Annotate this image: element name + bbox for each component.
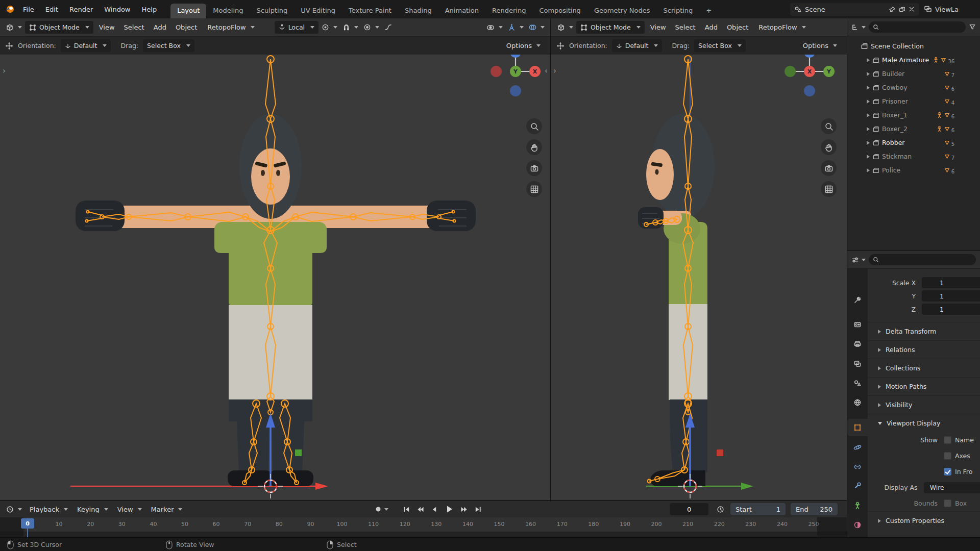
visibility-dropdown[interactable] xyxy=(484,21,505,34)
tab-material[interactable] xyxy=(847,516,868,534)
gizmos-toggle[interactable] xyxy=(506,21,526,33)
duplicate-icon[interactable] xyxy=(899,6,905,13)
properties-search-input[interactable] xyxy=(881,256,972,263)
timeline-frame-label[interactable]: 180 xyxy=(588,521,599,528)
start-frame-field[interactable]: Start1 xyxy=(730,503,786,515)
jump-to-end-button[interactable] xyxy=(472,504,484,515)
properties-search[interactable] xyxy=(869,254,976,265)
orientation-dropdown[interactable]: Default xyxy=(61,39,111,52)
timeline-frame-label[interactable]: 210 xyxy=(682,521,693,528)
tab-view-layer[interactable] xyxy=(847,355,868,372)
tab-tool[interactable] xyxy=(847,291,868,309)
workspace-tab[interactable]: Animation xyxy=(438,4,485,18)
timeline-frame-label[interactable]: 120 xyxy=(400,521,410,528)
workspace-tab[interactable]: UV Editing xyxy=(294,4,342,18)
timeline-frame-label[interactable]: 40 xyxy=(150,521,157,528)
panel-header[interactable]: Delta Transform xyxy=(868,322,980,340)
panel-header[interactable]: Relations xyxy=(868,340,980,359)
viewport-menu-item[interactable]: View xyxy=(94,21,119,34)
sidebar-collapse-chevron[interactable]: ‹ xyxy=(545,67,548,75)
timeline-frame-label[interactable]: 140 xyxy=(462,521,473,528)
timeline-frame-label[interactable]: 10 xyxy=(56,521,63,528)
timeline-frame-label[interactable]: 230 xyxy=(745,521,756,528)
mode-selector[interactable]: Object Mode xyxy=(576,21,645,34)
number-field[interactable]: 1 xyxy=(922,290,980,302)
workspace-tab[interactable]: + xyxy=(699,4,718,18)
tab-object[interactable] xyxy=(847,419,868,436)
camera-view-icon[interactable] xyxy=(526,160,542,176)
topbar-menu-item[interactable]: Render xyxy=(64,3,99,16)
display-as-dropdown[interactable]: Wire xyxy=(924,482,980,493)
viewport-menu-item[interactable]: Object xyxy=(722,21,753,34)
viewport-menu-item[interactable]: Select xyxy=(671,21,700,34)
timeline-frame-label[interactable]: 130 xyxy=(431,521,442,528)
panel-header[interactable]: Motion Paths xyxy=(868,377,980,395)
checkbox-bounds[interactable] xyxy=(944,499,951,507)
outliner-row-scene-collection[interactable]: Scene Collection xyxy=(847,39,980,53)
viewport-menu-item[interactable]: Object xyxy=(171,21,202,34)
prev-keyframe-button[interactable] xyxy=(414,504,427,515)
tab-world[interactable] xyxy=(847,394,868,411)
timeline-frame-label[interactable]: 80 xyxy=(276,521,283,528)
timeline-editor-icon[interactable] xyxy=(4,504,24,515)
zoom-icon[interactable] xyxy=(526,118,542,134)
pan-hand-icon[interactable] xyxy=(821,139,837,155)
outliner-editor-icon[interactable] xyxy=(851,23,866,31)
workspace-tab[interactable]: Scripting xyxy=(657,4,700,18)
jump-to-start-button[interactable] xyxy=(400,504,413,515)
outliner-search[interactable] xyxy=(869,21,966,33)
proportional-falloff-dropdown[interactable] xyxy=(382,21,394,33)
number-field[interactable]: 1 xyxy=(922,304,980,315)
close-icon[interactable] xyxy=(909,6,915,12)
pin-icon[interactable] xyxy=(889,6,896,13)
timeline-menu-item[interactable]: Marker xyxy=(146,503,187,516)
retopoflow-menu[interactable]: RetopoFlow xyxy=(203,21,259,34)
viewport-menu-item[interactable]: Select xyxy=(119,21,149,34)
axis-ball-neg-z[interactable] xyxy=(804,85,815,96)
timeline-frame-label[interactable]: 240 xyxy=(777,521,788,528)
workspace-tab[interactable]: Modeling xyxy=(206,4,250,18)
editor-type-button[interactable] xyxy=(555,21,575,34)
outliner-search-input[interactable] xyxy=(881,23,962,31)
workspace-tab[interactable]: Texture Paint xyxy=(342,4,398,18)
timeline-menu-item[interactable]: Playback xyxy=(25,503,72,516)
drag-dropdown[interactable]: Select Box xyxy=(143,39,194,52)
tab-output[interactable] xyxy=(847,335,868,353)
mode-selector[interactable]: Object Mode xyxy=(25,21,93,34)
workspace-tab[interactable]: Rendering xyxy=(485,4,532,18)
axis-ball-neg-y[interactable] xyxy=(785,66,796,77)
orientation-dropdown[interactable]: Default xyxy=(612,39,663,52)
playhead[interactable]: 0 xyxy=(21,518,34,529)
filter-icon[interactable] xyxy=(969,23,976,31)
disclosure-triangle-icon[interactable] xyxy=(867,155,870,159)
timeline-frame-label[interactable]: 150 xyxy=(494,521,505,528)
snap-toggle[interactable] xyxy=(340,21,360,33)
blender-logo-icon[interactable] xyxy=(4,4,15,15)
disclosure-triangle-icon[interactable] xyxy=(867,141,870,145)
pivot-point-dropdown[interactable] xyxy=(320,21,339,33)
workspace-tab[interactable]: Geometry Nodes xyxy=(587,4,657,18)
disclosure-triangle-icon[interactable] xyxy=(867,168,870,172)
zoom-icon[interactable] xyxy=(821,118,837,134)
timeline-ruler[interactable]: 0102030405060708090100110120130140150160… xyxy=(0,517,847,537)
step-back-button[interactable] xyxy=(428,504,440,515)
checkbox-axes[interactable] xyxy=(944,452,951,460)
timeline-frame-label[interactable]: 90 xyxy=(307,521,314,528)
overlays-toggle[interactable] xyxy=(527,21,547,33)
tab-render[interactable] xyxy=(847,316,868,333)
timeline-frame-label[interactable]: 50 xyxy=(181,521,188,528)
panel-header[interactable]: Custom Properties xyxy=(868,511,980,530)
ortho-grid-icon[interactable] xyxy=(821,181,837,197)
end-frame-field[interactable]: End250 xyxy=(791,503,838,515)
timeline-frame-label[interactable]: 110 xyxy=(368,521,379,528)
options-dropdown[interactable]: Options xyxy=(798,39,842,52)
current-frame-field[interactable]: 0 xyxy=(670,503,708,515)
retopoflow-menu[interactable]: RetopoFlow xyxy=(754,21,810,34)
viewport-menu-item[interactable]: View xyxy=(646,21,671,34)
camera-view-icon[interactable] xyxy=(821,160,837,176)
auto-keying-toggle[interactable] xyxy=(372,504,391,514)
options-dropdown[interactable]: Options xyxy=(502,39,545,52)
outliner-row[interactable]: Robber 5 xyxy=(847,136,980,149)
axis-ball-neg-z[interactable] xyxy=(510,85,521,96)
timeline-frame-label[interactable]: 190 xyxy=(620,521,630,528)
